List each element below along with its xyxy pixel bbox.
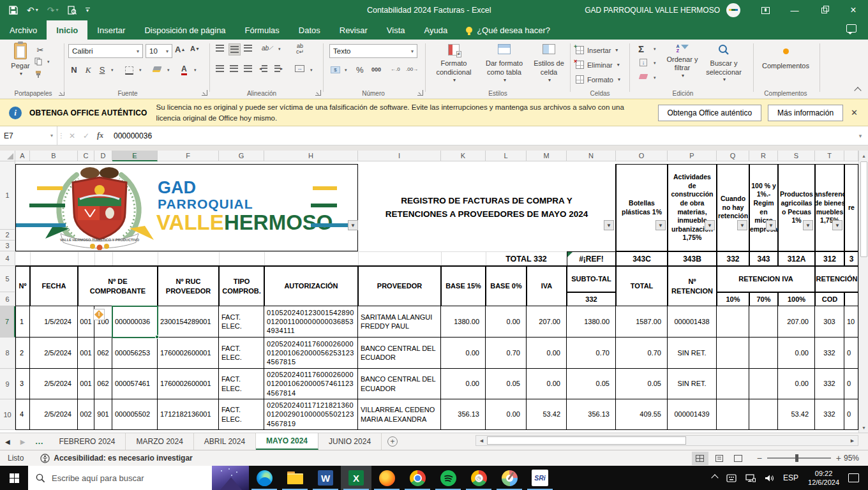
column-header-A[interactable]: A <box>15 151 30 161</box>
category-header-partial[interactable]: re <box>844 164 858 251</box>
addins-button[interactable]: Complementos <box>761 48 811 71</box>
data-cell[interactable]: 332 <box>815 369 844 399</box>
start-button[interactable] <box>0 466 28 490</box>
autosum-dropdown[interactable]: ▾ <box>654 47 656 52</box>
table-header-n[interactable]: Nº <box>15 266 30 306</box>
data-cell[interactable]: 0.70 <box>486 338 527 369</box>
collapse-ribbon-icon[interactable] <box>855 88 860 93</box>
filter-dropdown-icon[interactable]: ▼ <box>737 220 747 230</box>
taskbar-paint-icon[interactable] <box>494 466 525 490</box>
action-center-icon[interactable] <box>848 473 859 482</box>
tab-archivo[interactable]: Archivo <box>0 20 47 40</box>
more-info-button[interactable]: Más información <box>768 105 843 121</box>
page-break-view-button[interactable] <box>730 452 747 465</box>
column-header-K[interactable]: K <box>441 151 486 161</box>
data-cell[interactable]: 1760002600001 <box>158 369 219 399</box>
table-header-base15[interactable]: BASE 15% <box>441 266 486 306</box>
row-header-8[interactable]: 8 <box>0 338 15 369</box>
data-cell[interactable]: 000057461 <box>112 369 158 399</box>
currency-dropdown[interactable]: ▾ <box>345 68 347 73</box>
data-cell[interactable]: 332 <box>815 399 844 430</box>
underline-dropdown[interactable]: ▾ <box>111 68 114 73</box>
fill-color-icon[interactable] <box>153 66 161 72</box>
cell-styles-button[interactable]: Estilos de celda▾ <box>531 44 567 84</box>
increase-font-icon[interactable]: A▲ <box>175 45 185 54</box>
column-header-G[interactable]: G <box>219 151 264 161</box>
close-button[interactable]: × <box>839 0 868 20</box>
table-header-partial[interactable] <box>844 292 858 306</box>
align-top-icon[interactable] <box>216 45 224 52</box>
touch-keyboard-icon[interactable] <box>722 466 741 490</box>
data-cell[interactable]: FACT. ELEC. <box>219 338 264 369</box>
select-all-corner[interactable] <box>0 151 15 161</box>
column-header-S[interactable]: S <box>778 151 815 161</box>
table-header-iva[interactable]: IVA <box>527 266 567 306</box>
data-cell[interactable]: 1380.00 <box>441 306 486 338</box>
data-cell[interactable]: 0.00 <box>778 338 815 369</box>
data-cell[interactable]: 062 <box>94 369 112 399</box>
data-cell[interactable]: 0 <box>844 369 858 399</box>
code-cell[interactable]: 343B <box>668 251 717 266</box>
taskbar-sri-icon[interactable]: SRi <box>525 466 555 490</box>
get-office-button[interactable]: Obtenga Office auténtico <box>658 105 762 121</box>
column-header-M[interactable]: M <box>527 151 567 161</box>
data-cell[interactable]: 000056253 <box>112 338 158 369</box>
horizontal-scrollbar[interactable]: ◀ ▶ <box>475 435 858 446</box>
taskbar-spotify-icon[interactable] <box>433 466 463 490</box>
sheet-overflow-button[interactable]: ... <box>30 433 49 450</box>
clear-dropdown[interactable]: ▾ <box>654 75 656 80</box>
table-header-retiva[interactable]: RETENCION IVA <box>717 266 815 292</box>
column-header-H[interactable]: H <box>264 151 358 161</box>
data-cell[interactable]: 2/5/2024 <box>30 338 78 369</box>
zoom-slider-thumb[interactable] <box>795 454 798 462</box>
borders-dropdown[interactable]: ▾ <box>139 68 142 73</box>
row-header-7[interactable]: 7 <box>0 306 15 338</box>
orientation-icon[interactable]: ab⟋ <box>262 45 273 52</box>
data-cell[interactable]: 332 <box>815 338 844 369</box>
category-header[interactable]: Actividades de construcción de obra mate… <box>668 164 717 251</box>
data-cell[interactable]: 001 <box>78 306 94 338</box>
data-cell[interactable]: 000000036 <box>112 306 158 338</box>
data-cell[interactable]: 0105202401230015428900120011000000000368… <box>264 306 358 338</box>
scroll-right-icon[interactable]: ▶ <box>848 436 857 445</box>
code-cell[interactable]: 332 <box>717 251 749 266</box>
table-header-subtotal[interactable]: SUBTO-TAL <box>567 266 616 292</box>
tab-insertar[interactable]: Insertar <box>87 20 135 40</box>
row-header-5[interactable]: 5 <box>0 266 15 292</box>
taskbar-firefox-icon[interactable] <box>371 466 402 490</box>
alignment-dialog-launcher[interactable] <box>315 90 321 96</box>
data-cell[interactable] <box>717 306 749 338</box>
fill-color-dropdown[interactable]: ▾ <box>167 68 170 73</box>
category-header[interactable]: Transferencia de bienes muebles 1,75% <box>815 164 844 251</box>
zoom-level[interactable]: 95% <box>841 454 868 463</box>
data-cell[interactable]: 000001439 <box>668 399 717 430</box>
data-cell[interactable]: 356.13 <box>441 399 486 430</box>
data-cell[interactable]: 3 <box>15 369 30 399</box>
restore-button[interactable] <box>809 0 839 20</box>
column-header-R[interactable]: R <box>749 151 778 161</box>
category-header[interactable]: Botellas plásticas 1% <box>616 164 668 251</box>
data-cell[interactable]: 0.05 <box>486 369 527 399</box>
category-header[interactable]: Cuando no hay retención <box>717 164 749 251</box>
sheet-tab-marzo[interactable]: MARZO 2024 <box>126 433 193 450</box>
font-color-dropdown[interactable]: ▾ <box>194 68 197 73</box>
italic-button[interactable]: K <box>83 65 93 75</box>
table-header-aut[interactable]: AUTORIZACIÓN <box>264 266 358 306</box>
data-cell[interactable]: 1712182136001 <box>158 399 219 430</box>
data-cell[interactable]: 0205202401171218213600120029010000055021… <box>264 399 358 430</box>
table-header-total[interactable]: TOTAL <box>616 266 668 306</box>
taskbar-file-explorer-icon[interactable] <box>280 466 310 490</box>
formula-input[interactable]: 000000036 <box>107 126 853 145</box>
bold-button[interactable]: N <box>69 65 79 75</box>
decrease-decimal-icon[interactable]: .00→ <box>406 66 418 72</box>
column-header-O[interactable]: O <box>616 151 668 161</box>
scroll-up-icon[interactable]: ▲ <box>859 151 868 161</box>
data-cell[interactable]: 2 <box>15 338 30 369</box>
cancel-entry-icon[interactable]: ✕ <box>65 126 79 145</box>
column-header-Q[interactable]: Q <box>717 151 749 161</box>
column-header-L[interactable]: L <box>486 151 527 161</box>
taskbar-search-input[interactable]: Escribe aquí para buscar <box>28 466 249 490</box>
data-cell[interactable]: 207.00 <box>778 306 815 338</box>
language-indicator[interactable]: ESP <box>779 466 803 490</box>
copy-dropdown[interactable]: ▾ <box>47 59 50 64</box>
